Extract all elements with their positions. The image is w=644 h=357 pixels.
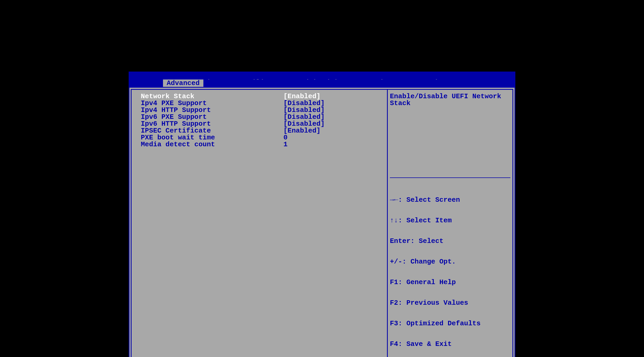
key-f2: F2: Previous Values — [390, 299, 510, 306]
option-label: Ipv6 HTTP Support — [141, 120, 283, 127]
key-select-item: ↑↓: Select Item — [390, 217, 510, 224]
key-bindings: →←: Select Screen ↑↓: Select Item Enter:… — [390, 183, 510, 357]
content-wrapper: Network Stack [Enabled] Ipv4 PXE Support… — [131, 89, 513, 357]
option-ipv4-pxe[interactable]: Ipv4 PXE Support [Disabled] — [141, 100, 378, 107]
bios-setup-window: Aptio Setup Utility – Copyright (C) 2019… — [129, 72, 515, 285]
option-value: [Disabled] — [283, 120, 325, 127]
option-network-stack[interactable]: Network Stack [Enabled] — [141, 93, 378, 100]
option-label: PXE boot wait time — [141, 134, 283, 141]
key-f3: F3: Optimized Defaults — [390, 320, 510, 327]
option-label: Network Stack — [141, 93, 283, 100]
option-value: [Disabled] — [283, 114, 325, 120]
options-panel: Network Stack [Enabled] Ipv4 PXE Support… — [132, 90, 387, 357]
tab-advanced[interactable]: Advanced — [163, 79, 203, 87]
option-media-detect[interactable]: Media detect count 1 — [141, 141, 378, 148]
option-ipv6-http[interactable]: Ipv6 HTTP Support [Disabled] — [141, 120, 378, 127]
option-ipsec-cert[interactable]: IPSEC Certificate [Enabled] — [141, 127, 378, 134]
option-value: 1 — [283, 141, 288, 148]
option-value: [Disabled] — [283, 100, 325, 107]
key-enter: Enter: Select — [390, 238, 510, 245]
option-label: Media detect count — [141, 141, 283, 148]
option-label: Ipv6 PXE Support — [141, 114, 283, 120]
key-f1: F1: General Help — [390, 279, 510, 286]
key-f4: F4: Save & Exit — [390, 341, 510, 347]
main-content-area: Network Stack [Enabled] Ipv4 PXE Support… — [129, 87, 515, 357]
option-ipv4-http[interactable]: Ipv4 HTTP Support [Disabled] — [141, 107, 378, 114]
help-divider — [390, 177, 510, 178]
tab-bar: Advanced — [129, 79, 515, 87]
option-value: [Disabled] — [283, 107, 325, 114]
option-value: [Enabled] — [283, 93, 320, 100]
help-panel: Enable/Disable UEFI Network Stack →←: Se… — [387, 90, 512, 357]
option-pxe-boot-wait[interactable]: PXE boot wait time 0 — [141, 134, 378, 141]
help-description: Enable/Disable UEFI Network Stack — [390, 93, 510, 177]
option-label: IPSEC Certificate — [141, 127, 283, 134]
option-label: Ipv4 HTTP Support — [141, 107, 283, 114]
option-value: 0 — [283, 134, 288, 141]
option-ipv6-pxe[interactable]: Ipv6 PXE Support [Disabled] — [141, 114, 378, 120]
header-title-bar: Aptio Setup Utility – Copyright (C) 2019… — [129, 72, 515, 79]
key-change-opt: +/-: Change Opt. — [390, 258, 510, 265]
tab-advanced-label: Advanced — [167, 79, 200, 87]
key-select-screen: →←: Select Screen — [390, 196, 510, 203]
option-label: Ipv4 PXE Support — [141, 100, 283, 107]
option-value: [Enabled] — [283, 127, 320, 134]
